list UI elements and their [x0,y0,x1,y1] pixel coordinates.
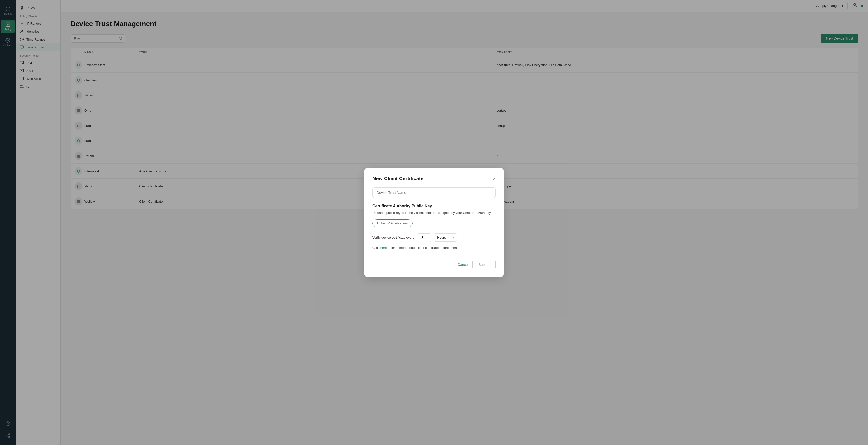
modal-new-client-certificate: New Client Certificate × Certificate Aut… [365,168,503,277]
modal-overlay[interactable]: New Client Certificate × Certificate Aut… [0,0,868,445]
modal-header: New Client Certificate × [372,176,496,181]
submit-button[interactable]: Submit [472,260,496,269]
cancel-button[interactable]: Cancel [458,263,468,267]
verify-number-input[interactable] [417,233,431,242]
modal-close-button[interactable]: × [493,176,496,181]
verify-row: Verify device certificate every Hours Da… [372,233,496,242]
learn-more-link[interactable]: here [380,246,387,249]
ca-section-desc: Upload a public key to identify client c… [372,210,496,215]
upload-ca-button[interactable]: Upload CA public key [372,219,413,228]
ca-section-title: Certificate Authority Public Key [372,204,496,208]
verify-label: Verify device certificate every [372,236,414,239]
modal-footer: Cancel Submit [372,256,496,269]
learn-more-text: Click here to learn more about client ce… [372,246,496,249]
device-trust-name-input[interactable] [372,187,496,198]
verify-unit-select[interactable]: Hours Days Minutes [434,233,457,242]
modal-title: New Client Certificate [372,176,424,181]
